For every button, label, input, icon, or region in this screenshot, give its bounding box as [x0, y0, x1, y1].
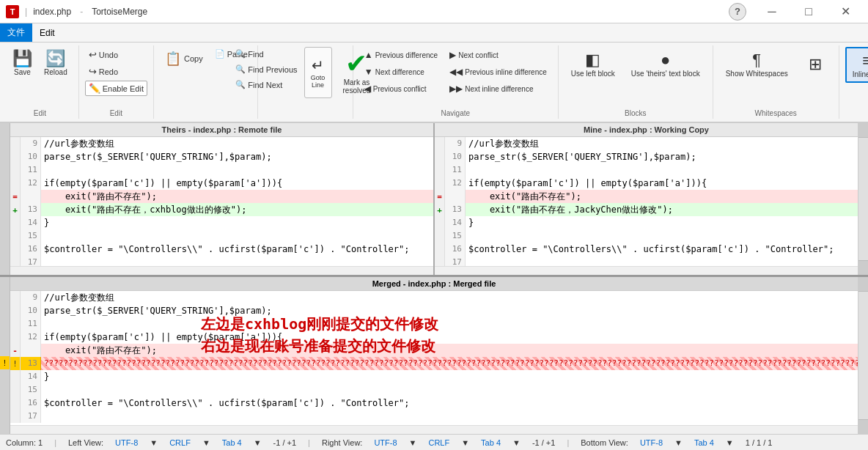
table-row: - exit("路由不存在"); [10, 344, 858, 357]
line-code: $controller = "\Controllers\\" . ucfirst… [466, 243, 858, 256]
edit-group-label2: Edit [110, 109, 122, 117]
toolbar: 💾 Save 🔄 Reload Edit ↩ Undo ↪ Redo ✏️ En… [0, 43, 868, 123]
merged-pane-content[interactable]: 左边是cxhblog刚刚提交的文件修改 右边是现在账号准备提交的文件修改 9 /… [10, 291, 858, 425]
line-marker [10, 331, 21, 344]
merged-pane-header: Merged - index.php : Merged file [10, 277, 858, 291]
right-tab[interactable]: Tab 4 [481, 438, 501, 447]
line-marker [435, 256, 445, 266]
theirs-pane: Theirs - index.php : Remote file 9 //url… [10, 123, 435, 275]
line-number: 17 [21, 256, 41, 266]
goto-line-button[interactable]: ↵ Goto Line [304, 47, 332, 98]
menu-edit[interactable]: Edit [32, 23, 62, 42]
find-next-button[interactable]: 🔍 Find Next [232, 78, 301, 92]
theirs-pane-content[interactable]: 9 //url参数变数组 10 parse_str($_SERVER['QUER… [10, 137, 433, 266]
mine-pane-content[interactable]: 9 //url参数变数组 10 parse_str($_SERVER['QUER… [435, 137, 858, 266]
table-row: 15 [435, 229, 858, 243]
mine-scrollbar-h[interactable] [435, 266, 858, 275]
table-row: 14 } [10, 216, 433, 229]
use-left-block-button[interactable]: ◧ Use left block [564, 47, 622, 81]
line-code: exit("路由不存在，cxhblog做出的修改"); [41, 203, 433, 216]
table-row: 11 [435, 163, 858, 177]
copy-icon: 📋 [165, 51, 181, 67]
redo-button[interactable]: ↪ Redo [85, 64, 147, 79]
save-button[interactable]: 💾 Save [7, 47, 37, 80]
copy-button[interactable]: 📋 Copy [160, 47, 208, 70]
bottom-tab[interactable]: Tab 4 [694, 438, 714, 447]
line-number: 9 [445, 137, 466, 150]
right-scrollbar-v[interactable] [858, 123, 868, 275]
prev-inline-diff-button[interactable]: ◀◀ Previous inline difference [444, 64, 552, 80]
find-button[interactable]: 🔍 Find [232, 47, 301, 61]
line-code [466, 256, 858, 266]
line-code: ????????????????????????????????????????… [41, 357, 858, 370]
next-diff-button[interactable]: ▼ Next difference [359, 64, 444, 80]
line-marker: + [10, 203, 21, 216]
left-view-label: Left View: [68, 438, 103, 447]
line-marker: + [435, 203, 445, 216]
line-code: $controller = "\Controllers\\" . ucfirst… [41, 396, 858, 410]
prev-conflict-button[interactable]: ◀ Previous conflict [359, 81, 444, 97]
prev-conflict-icon: ◀ [364, 84, 371, 94]
show-whitespaces-button[interactable]: ¶ Show Whitespaces [719, 47, 795, 81]
bottom-section: ! Merged - index.php : Merged file 左边是cx… [0, 277, 868, 434]
left-tab[interactable]: Tab 4 [222, 438, 242, 447]
line-code [466, 229, 858, 243]
combine-button[interactable]: ⊞ [798, 47, 833, 81]
line-marker [10, 370, 21, 383]
enable-edit-icon: ✏️ [89, 83, 100, 94]
line-number [21, 344, 41, 357]
line-marker: = [435, 190, 445, 203]
line-code: parse_str($_SERVER['QUERY_STRING'],$para… [41, 304, 858, 317]
next-inline-diff-button[interactable]: ▶▶ Next inline difference [444, 81, 552, 97]
line-marker [435, 150, 445, 163]
bottom-view-label: Bottom View: [581, 438, 628, 447]
minimize-button[interactable]: ─ [755, 0, 789, 23]
line-marker [10, 304, 21, 317]
line-number: 12 [21, 331, 41, 344]
undo-button[interactable]: ↩ Undo [85, 47, 147, 62]
left-encoding[interactable]: UTF-8 [115, 438, 138, 447]
right-view-label: Right View: [322, 438, 362, 447]
enable-edit-button[interactable]: ✏️ Enable Edit [85, 81, 147, 96]
line-marker [435, 216, 445, 229]
table-row: 14 } [10, 370, 858, 383]
use-theirs-block-button[interactable]: ● Use 'theirs' text block [625, 47, 707, 81]
table-row: 9 //url参数变数组 [435, 137, 858, 150]
bottom-encoding[interactable]: UTF-8 [640, 438, 663, 447]
next-inline-icon: ▶▶ [449, 84, 463, 94]
table-row: 12 if(empty($param['c']) || empty($param… [10, 331, 858, 344]
line-number: 15 [21, 383, 41, 396]
right-encoding[interactable]: UTF-8 [374, 438, 397, 447]
line-code: parse_str($_SERVER['QUERY_STRING'],$para… [41, 150, 433, 163]
bottom-right-scrollbar[interactable] [858, 277, 868, 434]
line-marker [435, 163, 445, 177]
table-row: 12 if(empty($param['c']) || empty($param… [435, 177, 858, 190]
prev-diff-icon: ▲ [364, 50, 373, 60]
save-icon: 💾 [12, 51, 32, 67]
menu-bar: 文件 Edit [0, 23, 868, 43]
reload-button[interactable]: 🔄 Reload [39, 47, 73, 80]
title-bar: T | index.php - TortoiseMerge ? ─ □ ✕ [0, 0, 868, 23]
find-prev-button[interactable]: 🔍 Find Previous [232, 62, 301, 76]
line-marker [10, 163, 21, 177]
right-eol[interactable]: CRLF [428, 438, 449, 447]
menu-file[interactable]: 文件 [0, 23, 32, 42]
separator: | [25, 7, 27, 17]
inline-diff-icon: ≡ [862, 51, 868, 70]
left-pos: -1 / +1 [273, 438, 297, 447]
maximize-button[interactable]: □ [792, 0, 825, 23]
line-number: 9 [21, 137, 41, 150]
help-button[interactable]: ? [729, 3, 746, 21]
prev-diff-button[interactable]: ▲ Previous difference [359, 47, 444, 63]
left-eol[interactable]: CRLF [169, 438, 191, 447]
inline-diff-button[interactable]: ≡ Inline diff [845, 47, 868, 83]
merged-scrollbar-h[interactable] [10, 425, 858, 434]
next-conflict-button[interactable]: ▶ Next conflict [444, 47, 552, 63]
close-button[interactable]: ✕ [828, 0, 862, 23]
line-number: 10 [445, 150, 466, 163]
line-marker [435, 243, 445, 256]
undo-icon: ↩ [89, 49, 97, 60]
theirs-scrollbar-h[interactable] [10, 266, 433, 275]
line-code: exit("路由不存在"); [41, 344, 858, 357]
table-row: 10 parse_str($_SERVER['QUERY_STRING'],$p… [10, 150, 433, 163]
